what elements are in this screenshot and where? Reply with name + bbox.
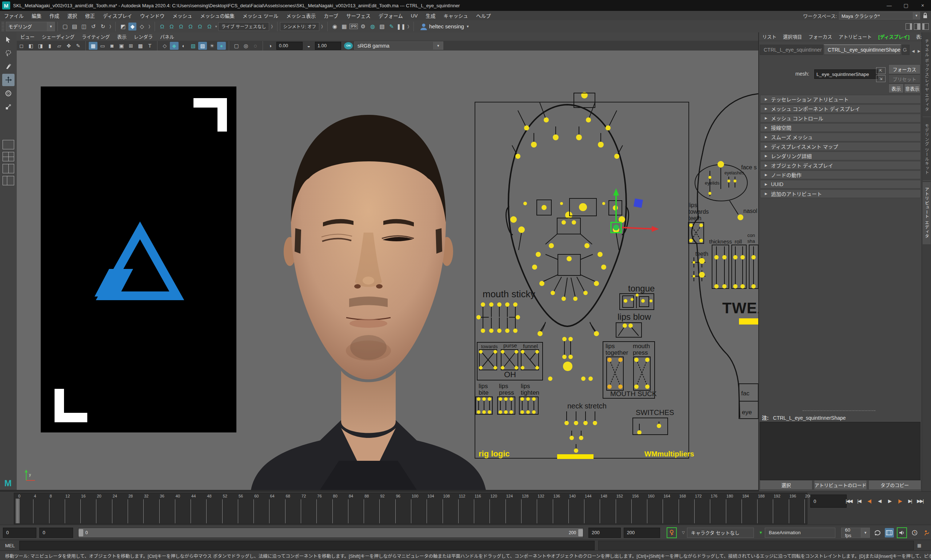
menu-file[interactable]: ファイル: [0, 12, 28, 19]
timeline-tick[interactable]: 132: [537, 499, 537, 523]
oriented-icon[interactable]: ✎: [74, 42, 83, 50]
timeline-tick[interactable]: 56: [238, 499, 238, 523]
timeline-tick[interactable]: 20: [96, 499, 96, 523]
timeline-tick[interactable]: 44: [191, 499, 191, 523]
timeline-tick[interactable]: 196: [789, 499, 789, 523]
playback-start-field[interactable]: 0: [3, 528, 36, 538]
timeline-tick[interactable]: 36: [159, 499, 160, 523]
snap-grid-icon[interactable]: Ω: [158, 23, 166, 31]
step-back-key-button[interactable]: ◀|: [864, 495, 874, 507]
section-mesh-component-display[interactable]: ▶メッシュ コンポーネント ディスプレイ: [760, 104, 921, 113]
timeline-tick[interactable]: 8: [49, 499, 49, 523]
character-set-field[interactable]: キャラクタ セットなし: [687, 528, 754, 538]
textured-icon[interactable]: ▧: [189, 42, 197, 50]
select-button[interactable]: 選択: [760, 480, 812, 490]
snap-point-icon[interactable]: Ω: [177, 23, 185, 31]
make-live-icon[interactable]: Ω: [205, 23, 213, 31]
paint-select-tool-icon[interactable]: [2, 60, 15, 73]
minimize-button[interactable]: —: [881, 0, 897, 11]
light-editor-icon[interactable]: ▧: [378, 23, 386, 31]
panel-menu-panels[interactable]: パネル: [156, 33, 178, 40]
section-render-stats[interactable]: ▶レンダリング詳細: [760, 152, 921, 160]
timeline-tick[interactable]: 28: [128, 499, 128, 523]
load-attributes-button[interactable]: アトリビュートのロード: [814, 480, 866, 490]
image-plane-icon[interactable]: ▱: [55, 42, 64, 50]
loop-playback-icon[interactable]: [873, 528, 882, 537]
toggle-sidebar-icon-1[interactable]: [906, 23, 912, 30]
timeline-tick[interactable]: 124: [506, 499, 506, 523]
notes-textarea[interactable]: [760, 422, 920, 480]
undo-icon[interactable]: ↺: [89, 23, 97, 31]
timeline-tick[interactable]: 160: [647, 499, 647, 523]
snap-camera-icon[interactable]: ◻: [17, 42, 26, 50]
copy-tab-button[interactable]: タブのコピー: [868, 480, 921, 490]
timeline-tick[interactable]: 148: [600, 499, 600, 523]
timeline-tick[interactable]: 92: [379, 499, 380, 523]
timeline-tick[interactable]: 120: [490, 499, 490, 523]
workspace-lock-icon[interactable]: [922, 12, 928, 19]
exposure-icon[interactable]: ◑: [266, 42, 274, 50]
menu-display[interactable]: ディスプレイ: [99, 12, 136, 19]
color-management-on-badge[interactable]: ON: [344, 42, 353, 49]
select-hierarchy-icon[interactable]: ◩: [119, 23, 127, 31]
rig-brow-boxes[interactable]: [537, 93, 622, 275]
range-bar[interactable]: 0 200: [78, 528, 583, 538]
rotate-tool-icon[interactable]: [2, 87, 15, 100]
timeline-tick[interactable]: 136: [553, 499, 553, 523]
ae-menu-list[interactable]: リスト: [759, 33, 780, 40]
step-forward-frame-button[interactable]: ▶|: [905, 495, 915, 507]
section-tangent-space[interactable]: ▶接線空間: [760, 123, 921, 132]
contrast-icon[interactable]: ◒: [304, 42, 313, 50]
viewport-canvas[interactable]: mouth sticky towards purse funnel: [17, 51, 758, 490]
render-current-frame-icon[interactable]: ▦: [341, 23, 348, 31]
timeline-tick[interactable]: 12: [65, 499, 65, 523]
timeline-tick[interactable]: 108: [442, 499, 443, 523]
xray-joints-icon[interactable]: ◌: [251, 42, 260, 50]
section-node-behavior[interactable]: ▶ノードの動作: [760, 171, 921, 179]
swap-input-icon[interactable]: ⇱: [876, 67, 886, 74]
fps-arrow-icon[interactable]: ▼: [861, 528, 870, 538]
character-set-dropdown-icon[interactable]: ▽: [682, 531, 685, 535]
toggle-sidebar-icon-2[interactable]: [914, 23, 920, 30]
timeline-tick[interactable]: 104: [427, 499, 427, 523]
lasso-tool-icon[interactable]: [2, 47, 15, 59]
timeline-tick[interactable]: 168: [678, 499, 679, 523]
focus-button[interactable]: フォーカス: [888, 64, 920, 74]
panel-menu-view[interactable]: ビュー: [17, 33, 38, 40]
animation-layer-field[interactable]: BaseAnimation: [765, 528, 835, 538]
timeline-tick[interactable]: 52: [222, 499, 223, 523]
animation-preferences-icon[interactable]: [922, 528, 931, 537]
use-all-lights-icon[interactable]: ▨: [198, 42, 207, 50]
shaded-icon[interactable]: ◆: [170, 42, 179, 50]
tab-scroll-left-icon[interactable]: ◀: [910, 47, 916, 55]
anim-layer-dropdown-icon[interactable]: ▼: [759, 531, 763, 535]
go-to-end-button[interactable]: ▶▶|: [915, 495, 925, 507]
timeline-tick[interactable]: 0: [17, 499, 18, 523]
timeline-tick[interactable]: 4: [33, 499, 34, 523]
menu-set-select[interactable]: モデリング: [6, 22, 47, 31]
new-scene-icon[interactable]: ▢: [61, 23, 69, 31]
menu-select[interactable]: 選択: [63, 12, 81, 19]
timeline-tick[interactable]: 96: [395, 499, 396, 523]
panel-menu-shading[interactable]: シェーディング: [38, 33, 78, 40]
menu-deform[interactable]: デフォーム: [375, 12, 407, 19]
tab-partial[interactable]: G: [902, 45, 909, 55]
mel-input[interactable]: [19, 541, 595, 550]
symmetry-field[interactable]: シンメトリ: オフ: [280, 22, 319, 31]
section-uuid[interactable]: ▶UUID: [760, 180, 921, 189]
render-settings-icon[interactable]: ⚙: [359, 23, 367, 31]
contrast-field[interactable]: 1.00: [315, 42, 341, 50]
ae-menu-selected[interactable]: 選択項目: [780, 33, 805, 40]
rig-group-oh[interactable]: towards purse funnel OH: [477, 342, 543, 380]
timeline-tick[interactable]: 140: [569, 499, 569, 523]
redo-icon[interactable]: ↻: [99, 23, 107, 31]
xray-icon[interactable]: ◎: [242, 42, 250, 50]
rig-group-lips-blow[interactable]: lips blow: [616, 312, 651, 337]
rig-group-mouth-sticky[interactable]: mouth sticky: [476, 289, 535, 333]
signed-in-user[interactable]: heltec sensing ▼: [420, 23, 470, 30]
timeline-tick[interactable]: 64: [269, 499, 270, 523]
timeline-tick[interactable]: 60: [253, 499, 254, 523]
time-ruler[interactable]: 0481216202428323640444852566064687276808…: [14, 493, 807, 525]
workspace-dropdown-arrow-icon[interactable]: ▼: [913, 12, 920, 20]
panel-menu-show[interactable]: 表示: [114, 33, 130, 40]
